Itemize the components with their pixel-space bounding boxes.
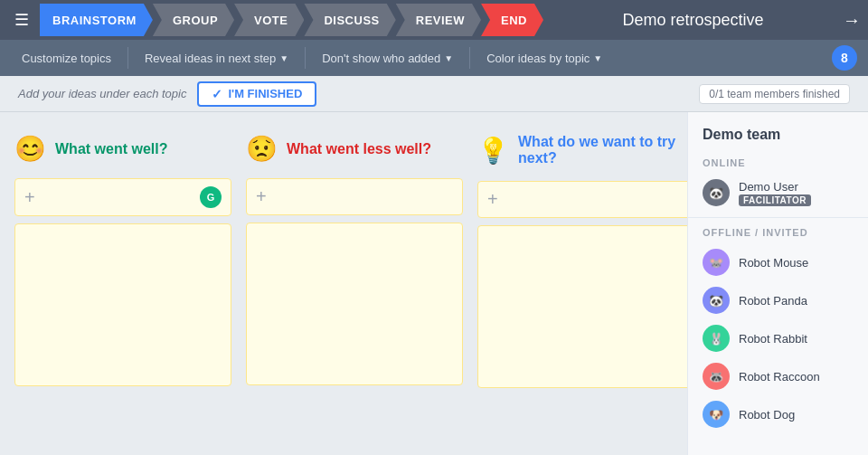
check-icon: ✓	[212, 87, 222, 101]
add-card-try-next[interactable]: +	[477, 181, 687, 218]
chevron-down-icon-3: ▼	[593, 53, 602, 63]
avatar-panda: 🐼	[703, 287, 730, 314]
chevron-down-icon: ▼	[279, 53, 288, 63]
nav-step-review[interactable]: Review	[396, 4, 481, 36]
add-card-went-well[interactable]: + G	[14, 178, 231, 216]
column-went-well: 😊 What went well? + G	[14, 130, 231, 386]
user-name-panda: Robot Panda	[739, 294, 807, 308]
sidebar-user-panda[interactable]: 🐼 Robot Panda	[688, 281, 868, 319]
nav-step-vote[interactable]: Vote	[234, 4, 304, 36]
action-bar-instruction: Add your ideas under each topic	[18, 87, 186, 100]
sidebar: Demo team ONLINE 🐼 Demo User FACILITATOR…	[687, 112, 868, 455]
online-label: ONLINE	[688, 154, 868, 174]
separator-3	[469, 47, 470, 69]
customize-topics-button[interactable]: Customize topics	[11, 46, 122, 71]
avatar-raccoon: 🦝	[703, 363, 730, 390]
add-card-went-less-well[interactable]: +	[246, 178, 463, 215]
sidebar-user-rabbit[interactable]: 🐰 Robot Rabbit	[688, 319, 868, 357]
color-ideas-button[interactable]: Color ideas by topic ▼	[476, 46, 613, 71]
sidebar-divider	[688, 217, 868, 218]
avatar-rabbit: 🐰	[703, 325, 730, 352]
plus-icon-went-well: +	[24, 187, 35, 208]
user-info-rabbit: Robot Rabbit	[739, 332, 807, 346]
reveal-ideas-button[interactable]: Reveal ideas in next step ▼	[134, 46, 299, 71]
went-well-title: What went well?	[55, 141, 167, 157]
avatar-demo: 🐼	[703, 179, 730, 206]
sidebar-user-mouse[interactable]: 🐭 Robot Mouse	[688, 243, 868, 281]
try-next-title: What do we want to try next?	[518, 134, 687, 166]
avatar-mouse: 🐭	[703, 249, 730, 276]
action-bar: Add your ideas under each topic ✓ I'M FI…	[0, 76, 868, 112]
sidebar-user-dog[interactable]: 🐶 Robot Dog	[688, 395, 868, 433]
separator-2	[305, 47, 306, 69]
user-info-dog: Robot Dog	[739, 408, 795, 422]
nav-step-brainstorm[interactable]: Brainstorm	[40, 4, 153, 36]
separator-1	[127, 47, 128, 69]
offline-label: OFFLINE / INVITED	[688, 223, 868, 243]
went-well-icon: 😊	[14, 134, 46, 164]
column-header-went-less-well: 😟 What went less well?	[246, 130, 463, 171]
column-body-went-less-well	[246, 223, 463, 385]
user-info-panda: Robot Panda	[739, 294, 807, 308]
plus-icon-went-less-well: +	[256, 186, 267, 207]
board-area: 😊 What went well? + G 😟 What went less w…	[0, 112, 687, 455]
nav-step-discuss[interactable]: Discuss	[304, 4, 395, 36]
avatar-dog: 🐶	[703, 401, 730, 428]
went-less-well-icon: 😟	[246, 134, 278, 164]
nav-steps: Brainstorm Group Vote Discuss Review End	[40, 4, 543, 36]
menu-button[interactable]: ☰	[7, 3, 36, 37]
team-status: 0/1 team members finished	[699, 84, 850, 104]
try-next-icon: 💡	[477, 136, 509, 166]
toolbar: Customize topics Reveal ideas in next st…	[0, 40, 868, 76]
column-body-try-next	[477, 225, 687, 388]
column-header-went-well: 😊 What went well?	[14, 130, 231, 171]
user-info-demo: Demo User FACILITATOR	[739, 180, 811, 206]
user-name-mouse: Robot Mouse	[739, 256, 808, 270]
top-nav: ☰ Brainstorm Group Vote Discuss Review E…	[0, 0, 868, 40]
next-arrow[interactable]: →	[843, 10, 861, 31]
page-title: Demo retrospective	[543, 11, 843, 30]
plus-icon-try-next: +	[487, 189, 498, 210]
main-layout: 😊 What went well? + G 😟 What went less w…	[0, 112, 868, 455]
user-info-raccoon: Robot Raccoon	[739, 370, 820, 384]
dont-show-who-button[interactable]: Don't show who added ▼	[311, 46, 464, 71]
sidebar-team-name: Demo team	[688, 112, 868, 154]
column-went-less-well: 😟 What went less well? +	[246, 130, 463, 385]
user-avatar-went-well: G	[200, 186, 222, 208]
went-less-well-title: What went less well?	[287, 141, 431, 157]
user-info-mouse: Robot Mouse	[739, 256, 808, 270]
user-count-badge: 8	[832, 45, 857, 71]
finished-button[interactable]: ✓ I'M FINISHED	[197, 81, 316, 107]
user-name-demo: Demo User	[739, 180, 811, 194]
user-name-dog: Robot Dog	[739, 408, 795, 422]
facilitator-badge: FACILITATOR	[739, 194, 811, 206]
chevron-down-icon-2: ▼	[444, 53, 453, 63]
user-name-raccoon: Robot Raccoon	[739, 370, 820, 384]
column-body-went-well	[14, 223, 231, 386]
sidebar-user-demo[interactable]: 🐼 Demo User FACILITATOR	[688, 174, 868, 212]
column-header-try-next: 💡 What do we want to try next?	[477, 130, 687, 174]
column-try-next: 💡 What do we want to try next? +	[477, 130, 687, 388]
nav-step-group[interactable]: Group	[153, 4, 234, 36]
user-name-rabbit: Robot Rabbit	[739, 332, 807, 346]
nav-step-end[interactable]: End	[481, 4, 543, 36]
sidebar-user-raccoon[interactable]: 🦝 Robot Raccoon	[688, 357, 868, 395]
